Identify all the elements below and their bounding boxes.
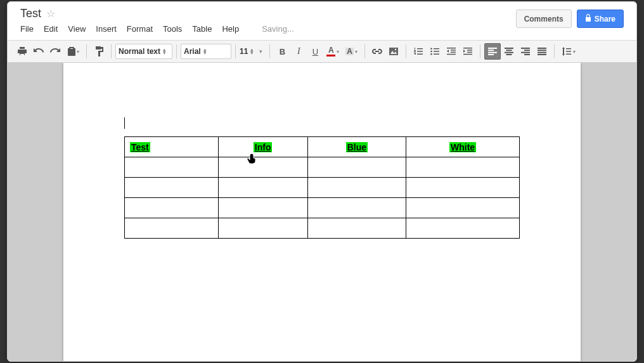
- align-left-button[interactable]: [484, 43, 501, 60]
- table-cell[interactable]: [406, 178, 520, 198]
- table-cell[interactable]: [406, 218, 520, 239]
- share-label: Share: [595, 15, 615, 23]
- header-text: White: [449, 142, 476, 152]
- document-title[interactable]: Test: [20, 7, 41, 20]
- document-page[interactable]: Test Info Blue White: [63, 63, 581, 361]
- table-row[interactable]: [125, 218, 520, 239]
- menu-view[interactable]: View: [68, 24, 86, 34]
- align-center-button[interactable]: [501, 43, 517, 60]
- svg-point-5: [430, 53, 432, 55]
- table-header-cell[interactable]: Info: [218, 137, 307, 157]
- star-icon[interactable]: ☆: [46, 8, 55, 20]
- save-status: Saving...: [262, 24, 294, 34]
- clipboard-button[interactable]: ▾: [63, 43, 82, 60]
- table-cell[interactable]: [125, 178, 219, 198]
- menubar: File Edit View Insert Format Tools Table…: [20, 20, 294, 40]
- numbered-list-button[interactable]: [410, 43, 427, 60]
- text-color-swatch: [326, 55, 335, 56]
- caret-icon: ▴▾: [250, 48, 254, 55]
- paragraph-style-select[interactable]: Normal text ▴▾: [115, 44, 172, 59]
- table-row[interactable]: [125, 178, 520, 198]
- header-text: Blue: [346, 142, 368, 152]
- table-header-cell[interactable]: White: [406, 137, 520, 157]
- paint-format-button[interactable]: [91, 43, 107, 60]
- share-button[interactable]: Share: [577, 10, 624, 28]
- menu-format[interactable]: Format: [127, 24, 153, 34]
- paragraph-style-label: Normal text: [119, 47, 160, 56]
- document-table[interactable]: Test Info Blue White: [124, 136, 520, 239]
- print-button[interactable]: [14, 43, 30, 60]
- menu-edit[interactable]: Edit: [44, 24, 58, 34]
- highlight-color-button[interactable]: A ▾: [342, 43, 361, 60]
- text-color-button[interactable]: A ▾: [323, 43, 342, 60]
- redo-button[interactable]: [47, 43, 63, 60]
- menu-help[interactable]: Help: [222, 24, 239, 34]
- menu-table[interactable]: Table: [192, 24, 212, 34]
- lock-icon: [585, 14, 591, 23]
- table-header-cell[interactable]: Test: [125, 137, 219, 157]
- bold-button[interactable]: B: [274, 43, 290, 60]
- caret-icon: ▴▾: [203, 48, 207, 55]
- increase-indent-button[interactable]: [460, 43, 476, 60]
- table-header-row[interactable]: Test Info Blue White: [125, 137, 520, 157]
- app-window: Test ☆ File Edit View Insert Format Tool…: [7, 1, 637, 362]
- decrease-indent-button[interactable]: [443, 43, 460, 60]
- table-cell[interactable]: [307, 218, 406, 239]
- menu-tools[interactable]: Tools: [163, 24, 182, 34]
- italic-button[interactable]: I: [290, 43, 307, 60]
- table-cell[interactable]: [218, 198, 307, 218]
- align-justify-button[interactable]: [534, 43, 550, 60]
- font-label: Arial: [184, 47, 201, 56]
- svg-rect-0: [389, 48, 398, 55]
- table-cell[interactable]: [406, 157, 520, 178]
- insert-image-button[interactable]: [385, 43, 402, 60]
- svg-point-2: [395, 49, 396, 50]
- table-header-cell[interactable]: Blue: [307, 137, 406, 157]
- table-cell[interactable]: [125, 157, 219, 178]
- table-cell[interactable]: [307, 198, 406, 218]
- workspace[interactable]: Test Info Blue White: [8, 63, 636, 361]
- table-row[interactable]: [125, 157, 520, 178]
- menu-file[interactable]: File: [20, 24, 34, 34]
- table-cell[interactable]: [218, 178, 307, 198]
- table-cell[interactable]: [218, 157, 307, 178]
- header-text: Test: [130, 142, 150, 152]
- undo-button[interactable]: [30, 43, 47, 60]
- insert-link-button[interactable]: [369, 43, 385, 60]
- table-cell[interactable]: [406, 198, 520, 218]
- svg-point-4: [430, 51, 432, 53]
- font-select[interactable]: Arial ▴▾: [181, 44, 231, 59]
- font-size-label: 11: [240, 47, 248, 56]
- font-size-dropdown[interactable]: ▾: [256, 43, 266, 60]
- comments-button[interactable]: Comments: [516, 10, 572, 28]
- caret-icon: ▴▾: [163, 48, 166, 55]
- menu-insert[interactable]: Insert: [96, 24, 117, 34]
- titlebar: Test ☆ File Edit View Insert Format Tool…: [8, 2, 636, 40]
- table-row[interactable]: [125, 198, 520, 218]
- table-cell[interactable]: [307, 178, 406, 198]
- table-cell[interactable]: [218, 218, 307, 239]
- line-spacing-button[interactable]: ▾: [558, 43, 579, 60]
- align-right-button[interactable]: [517, 43, 534, 60]
- table-cell[interactable]: [125, 218, 219, 239]
- text-caret: [124, 117, 125, 129]
- svg-point-3: [430, 48, 432, 50]
- table-cell[interactable]: [125, 198, 219, 218]
- bulleted-list-button[interactable]: [427, 43, 443, 60]
- table-cell[interactable]: [307, 157, 406, 178]
- toolbar: ▾ Normal text ▴▾ Arial ▴▾ 11 ▴▾ ▾ B I U: [8, 40, 636, 63]
- underline-button[interactable]: U: [307, 43, 323, 60]
- header-text: Info: [254, 142, 273, 152]
